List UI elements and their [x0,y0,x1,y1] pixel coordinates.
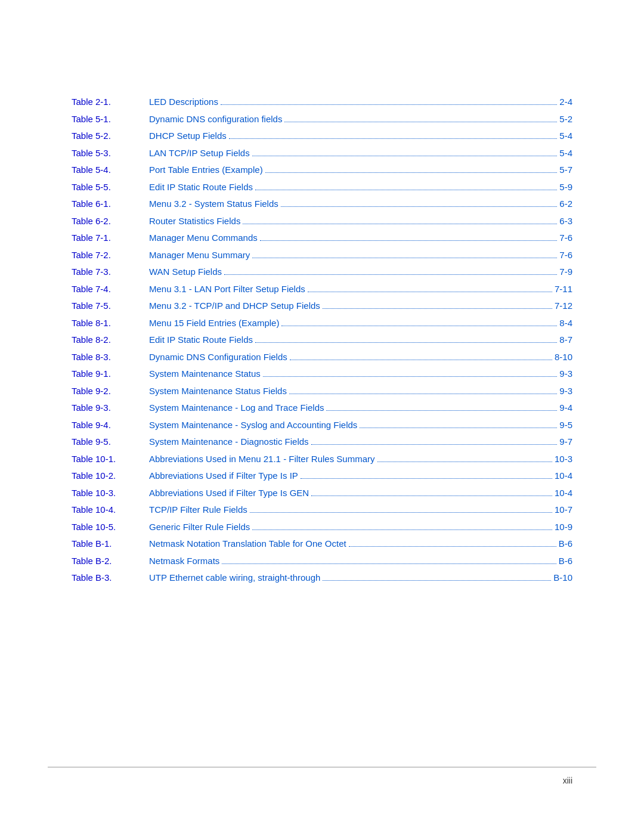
toc-entry: Table 5-1.Dynamic DNS configuration fiel… [72,113,572,126]
toc-entry-title: Menu 3.2 - System Status Fields [149,197,278,211]
toc-entry-label: Table 6-1. [72,197,149,211]
toc-entry: Table 9-3.System Maintenance - Log and T… [72,401,572,415]
toc-dots [360,428,557,428]
toc-entry: Table 7-3.WAN Setup Fields 7-9 [72,265,572,279]
toc-entry-label: Table 10-2. [72,469,149,483]
toc-entry-title: Dynamic DNS configuration fields [149,113,282,126]
toc-dots [263,376,558,377]
toc-entry-title: System Maintenance - Diagnostic Fields [149,435,309,449]
toc-page-number: 9-5 [559,419,572,432]
toc-entry-label: Table 6-2. [72,215,149,228]
toc-entry-label: Table 9-2. [72,385,149,398]
toc-dots [377,462,552,462]
toc-entry-title: Netmask Notation Translation Table for O… [149,537,346,551]
toc-entry-title: TCP/IP Filter Rule Fields [149,503,247,517]
toc-entry: Table 6-1.Menu 3.2 - System Status Field… [72,197,572,211]
toc-entry-title: Abbreviations Used in Menu 21.1 - Filter… [149,453,375,466]
toc-dots [290,360,552,360]
toc-table: Table 2-1.LED Descriptions 2-4Table 5-1.… [72,95,572,585]
toc-page-number: 10-3 [555,453,572,466]
toc-entry-title: UTP Ethernet cable wiring, straight-thro… [149,571,320,585]
toc-entry-label: Table 10-3. [72,487,149,500]
toc-entry-title: Manager Menu Commands [149,231,258,245]
toc-dots [349,546,556,547]
toc-dots [221,104,557,105]
toc-page-number: B-10 [553,571,572,585]
toc-page-number: 7-9 [559,265,572,279]
toc-entry-title: System Maintenance Status [149,367,261,381]
toc-entry: Table 9-5.System Maintenance - Diagnosti… [72,435,572,449]
toc-entry-label: Table 9-5. [72,435,149,449]
toc-dots [289,394,557,394]
footer-divider [48,767,596,767]
toc-page-number: 9-3 [559,367,572,381]
toc-entry-title: LAN TCP/IP Setup Fields [149,147,250,160]
toc-page-number: 7-6 [559,249,572,262]
toc-page-number: 9-3 [559,385,572,398]
toc-page-number: 8-10 [555,351,572,364]
toc-entry-title: Edit IP Static Route Fields [149,333,253,347]
toc-dots [260,240,558,241]
toc-page-number: 8-7 [559,333,572,347]
toc-dots [250,512,552,513]
toc-entry-label: Table 5-1. [72,113,149,126]
toc-entry-label: Table 9-1. [72,367,149,381]
toc-entry: Table 10-3.Abbreviations Used if Filter … [72,487,572,500]
toc-entry-label: Table 5-3. [72,147,149,160]
toc-entry: Table B-3.UTP Ethernet cable wiring, str… [72,571,572,585]
toc-entry-title: LED Descriptions [149,95,218,109]
toc-entry-title: Netmask Formats [149,555,219,568]
toc-entry-label: Table 10-1. [72,453,149,466]
toc-dots [311,444,558,445]
toc-entry-title: System Maintenance - Log and Trace Field… [149,401,324,415]
toc-page-number: 8-4 [559,317,572,330]
toc-entry: Table 10-1.Abbreviations Used in Menu 21… [72,453,572,466]
toc-entry-title: System Maintenance Status Fields [149,385,287,398]
toc-dots [323,580,551,581]
toc-dots [255,342,557,343]
toc-dots [252,156,558,156]
toc-entry-label: Table 7-3. [72,265,149,279]
toc-entry: Table 5-3.LAN TCP/IP Setup Fields 5-4 [72,147,572,160]
toc-dots [224,274,557,275]
toc-entry: Table 9-2.System Maintenance Status Fiel… [72,385,572,398]
toc-page-number: 10-4 [555,487,572,500]
toc-page-number: 9-7 [559,435,572,449]
toc-entry: Table 8-3.Dynamic DNS Configuration Fiel… [72,351,572,364]
toc-entry: Table 8-2.Edit IP Static Route Fields 8-… [72,333,572,347]
toc-page-number: 6-2 [559,197,572,211]
toc-entry: Table 8-1.Menu 15 Field Entries (Example… [72,317,572,330]
toc-entry-label: Table B-1. [72,537,149,551]
toc-entry-title: System Maintenance - Syslog and Accounti… [149,419,357,432]
toc-entry-label: Table 10-5. [72,521,149,534]
toc-page-number: 10-9 [555,521,572,534]
toc-entry-title: Router Statistics Fields [149,215,240,228]
page-number: xiii [563,776,572,785]
toc-page-number: B-6 [559,555,572,568]
toc-page-number: 9-4 [559,401,572,415]
toc-page-number: 5-2 [559,113,572,126]
toc-entry-title: Menu 3.1 - LAN Port Filter Setup Fields [149,283,305,296]
toc-entry: Table 5-2.DHCP Setup Fields 5-4 [72,129,572,143]
toc-entry: Table 10-5.Generic Filter Rule Fields 10… [72,521,572,534]
toc-entry-title: Generic Filter Rule Fields [149,521,250,534]
toc-page-number: 5-9 [559,181,572,194]
toc-entry-title: Manager Menu Summary [149,249,250,262]
toc-entry-label: Table 8-3. [72,351,149,364]
toc-entry-title: Edit IP Static Route Fields [149,181,253,194]
toc-dots [301,478,552,479]
toc-entry: Table 2-1.LED Descriptions 2-4 [72,95,572,109]
toc-page-number: 10-7 [555,503,572,517]
toc-entry-title: Dynamic DNS Configuration Fields [149,351,287,364]
toc-entry: Table 9-4.System Maintenance - Syslog an… [72,419,572,432]
toc-entry-label: Table 7-1. [72,231,149,245]
toc-dots [229,138,558,139]
toc-entry: Table B-1.Netmask Notation Translation T… [72,537,572,551]
toc-entry: Table 10-2.Abbreviations Used if Filter … [72,469,572,483]
toc-entry-label: Table 2-1. [72,95,149,109]
toc-dots [252,529,552,530]
toc-entry-label: Table B-3. [72,571,149,585]
toc-entry: Table 5-4.Port Table Entries (Example) 5… [72,163,572,177]
toc-entry: Table 7-4.Menu 3.1 - LAN Port Filter Set… [72,283,572,296]
toc-entry-label: Table 5-5. [72,181,149,194]
